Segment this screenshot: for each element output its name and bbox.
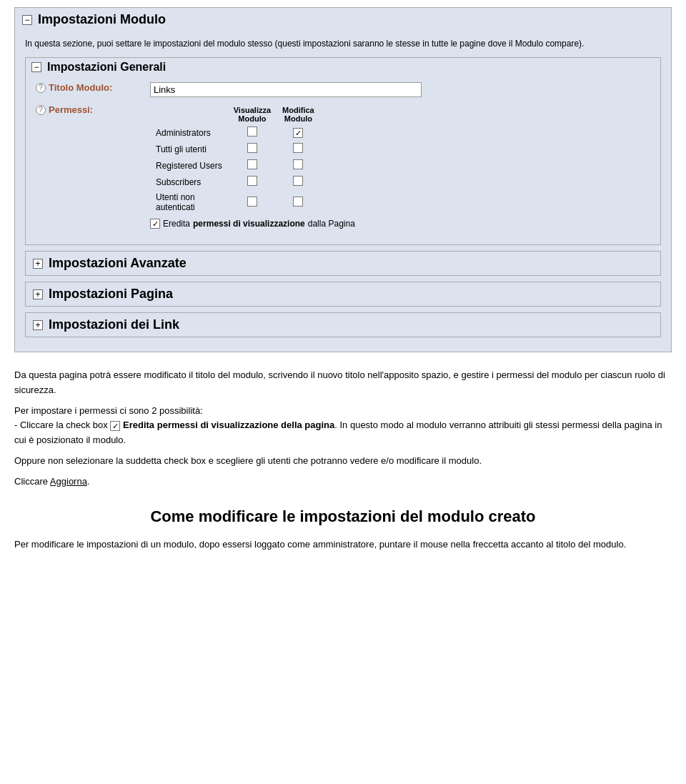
generali-title: Impostazioni Generali — [47, 61, 166, 74]
perm-visualizza-cell — [228, 190, 277, 214]
impostazioni-generali-section: − Impostazioni Generali ? Titolo Modulo: — [25, 57, 661, 245]
desc-para1: Da questa pagina potrà essere modificato… — [14, 368, 672, 398]
permessi-label: ? Permessi: — [36, 104, 150, 115]
desc-para2-bold: Eredita permessi di visualizzazione dell… — [123, 420, 334, 430]
perm-row-label: Subscribers — [150, 174, 228, 190]
impostazioni-modulo-header: − Impostazioni Modulo — [15, 8, 671, 31]
visualizza-checkbox[interactable] — [247, 143, 257, 153]
permessi-label-text: Permessi: — [49, 104, 93, 115]
titolo-help-icon[interactable]: ? — [36, 83, 46, 93]
impostazioni-link-section: + Impostazioni dei Link — [25, 312, 661, 337]
eredita-bold-text: permessi di visualizzazione — [193, 219, 305, 229]
generali-header: − Impostazioni Generali — [26, 58, 660, 76]
desc-para2: Per impostare i permessi ci sono 2 possi… — [14, 404, 672, 448]
link-title: Impostazioni dei Link — [49, 317, 179, 332]
permessi-help-icon[interactable]: ? — [36, 105, 46, 115]
collapse-modulo-icon[interactable]: − — [22, 15, 32, 25]
modifica-checkbox[interactable] — [293, 143, 303, 153]
info-text: In questa sezione, puoi settare le impos… — [25, 37, 661, 50]
permessi-field: VisualizzaModulo ModificaModulo Administ… — [150, 104, 650, 229]
avanzate-header[interactable]: + Impostazioni Avanzate — [26, 252, 660, 275]
table-row: Registered Users — [150, 157, 320, 174]
titolo-label: ? Titolo Modulo: — [36, 82, 150, 93]
perm-modifica-cell — [277, 190, 320, 214]
titolo-label-text: Titolo Modulo: — [49, 82, 112, 93]
desc-para4: Cliccare Aggiorna. — [14, 475, 672, 490]
eredita-text2: dalla Pagina — [308, 219, 355, 229]
perm-visualizza-cell — [228, 141, 277, 157]
visualizza-checkbox[interactable] — [247, 126, 257, 137]
perm-visualizza-cell — [228, 124, 277, 141]
section-modulo-title: Impostazioni Modulo — [38, 12, 166, 27]
impostazioni-modulo-content: In questa sezione, puoi settare le impos… — [15, 31, 671, 352]
desc-para4-pre: Cliccare — [14, 476, 50, 487]
table-row: Tutti gli utenti — [150, 141, 320, 157]
visualizza-checkbox[interactable] — [247, 176, 257, 186]
collapse-pagina-icon[interactable]: + — [33, 289, 43, 299]
eredita-text1: Eredita — [163, 219, 190, 229]
collapse-avanzate-icon[interactable]: + — [33, 259, 43, 269]
perm-row-label: Utenti nonautenticati — [150, 190, 228, 214]
perm-row-label: Registered Users — [150, 157, 228, 174]
titolo-row: ? Titolo Modulo: — [36, 82, 650, 97]
desc-para4-end: . — [87, 476, 90, 487]
titolo-input[interactable] — [150, 82, 422, 97]
perm-modifica-cell — [277, 124, 320, 141]
visualizza-checkbox[interactable] — [247, 197, 257, 207]
visualizza-checkbox[interactable] — [247, 159, 257, 169]
permissions-table: VisualizzaModulo ModificaModulo Administ… — [150, 104, 320, 214]
titolo-field — [150, 82, 650, 97]
col-visualizza: VisualizzaModulo — [228, 104, 277, 124]
modifica-checkbox[interactable] — [293, 159, 303, 169]
impostazioni-modulo-section: − Impostazioni Modulo In questa sezione,… — [14, 7, 672, 352]
modifica-checkbox[interactable] — [293, 128, 303, 138]
table-row: Utenti nonautenticati — [150, 190, 320, 214]
table-row: Administrators — [150, 124, 320, 141]
desc-para5: Per modificare le impostazioni di un mod… — [14, 537, 672, 552]
center-title: Come modificare le impostazioni del modu… — [14, 504, 672, 529]
collapse-link-icon[interactable]: + — [33, 320, 43, 330]
table-row: Subscribers — [150, 174, 320, 190]
perm-row-label: Administrators — [150, 124, 228, 141]
pagina-title: Impostazioni Pagina — [49, 287, 173, 302]
main-container: − Impostazioni Modulo In questa sezione,… — [0, 0, 686, 565]
perm-modifica-cell — [277, 157, 320, 174]
desc-para2-pre: Per impostare i permessi ci sono 2 possi… — [14, 405, 203, 416]
collapse-generali-icon[interactable]: − — [31, 62, 41, 72]
impostazioni-pagina-section: + Impostazioni Pagina — [25, 282, 661, 307]
impostazioni-avanzate-section: + Impostazioni Avanzate — [25, 251, 661, 276]
perm-row-label: Tutti gli utenti — [150, 141, 228, 157]
avanzate-title: Impostazioni Avanzate — [49, 256, 187, 271]
desc-inline-check[interactable] — [110, 421, 120, 431]
modifica-checkbox[interactable] — [293, 176, 303, 186]
col-modifica: ModificaModulo — [277, 104, 320, 124]
desc-aggiorna-link[interactable]: Aggiorna — [50, 476, 87, 487]
desc-para3: Oppure non selezionare la suddetta check… — [14, 454, 672, 469]
eredita-row: Eredita permessi di visualizzazione dall… — [150, 219, 650, 229]
pagina-header[interactable]: + Impostazioni Pagina — [26, 282, 660, 306]
eredita-checkbox[interactable] — [150, 219, 160, 229]
permessi-row: ? Permessi: VisualizzaModulo ModificaMod… — [36, 104, 650, 229]
link-header[interactable]: + Impostazioni dei Link — [26, 313, 660, 337]
description-area: Da questa pagina potrà essere modificato… — [14, 358, 672, 552]
generali-content: ? Titolo Modulo: ? Permessi: — [26, 76, 660, 244]
desc-para2-dash: - Cliccare la check box — [14, 420, 108, 430]
perm-visualizza-cell — [228, 174, 277, 190]
perm-modifica-cell — [277, 174, 320, 190]
perm-modifica-cell — [277, 141, 320, 157]
perm-visualizza-cell — [228, 157, 277, 174]
modifica-checkbox[interactable] — [293, 197, 303, 207]
